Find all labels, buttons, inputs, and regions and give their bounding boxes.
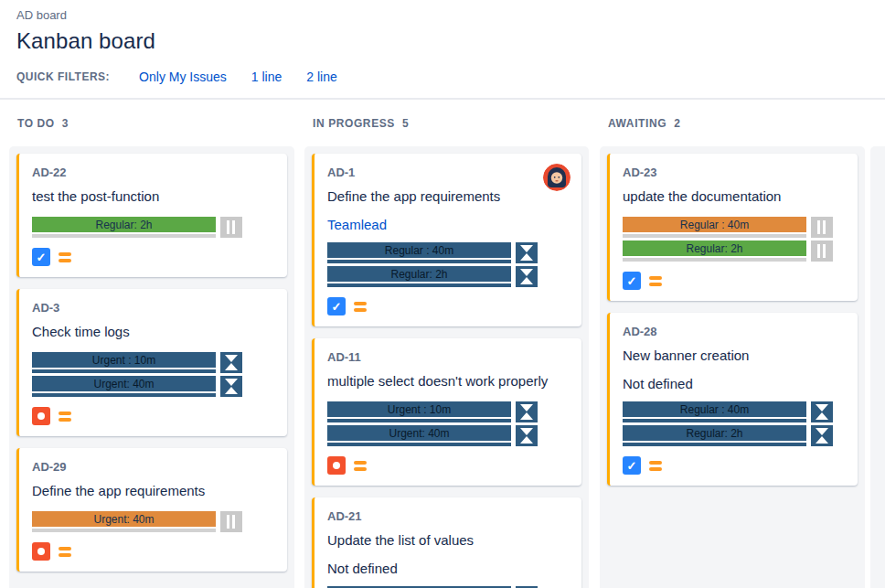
- time-bar: Urgent : 10m: [32, 352, 216, 368]
- card-ad-21[interactable]: AD-21 Update the list of values Not defi…: [312, 497, 581, 588]
- column-awaiting-body: AD-23 update the documentation Regular :…: [600, 146, 865, 588]
- time-bar: Urgent: 40m: [327, 425, 511, 441]
- time-bar-label: Urgent : 10m: [388, 403, 451, 416]
- next-column-partial: [870, 146, 885, 588]
- time-bar: Urgent : 10m: [327, 401, 511, 417]
- time-track: [32, 234, 216, 238]
- time-bar-label: Regular : 40m: [680, 219, 749, 231]
- issue-title: Update the list of values: [327, 532, 570, 548]
- issue-title: Define the app requirements: [327, 188, 570, 204]
- time-bar-row: Regular: 2h: [623, 241, 847, 262]
- page-title: Kanban board: [16, 28, 869, 54]
- hourglass-icon[interactable]: [220, 352, 242, 373]
- time-bar-row: Urgent : 10m: [327, 401, 570, 422]
- time-bar-label: Regular: 2h: [686, 427, 742, 440]
- hourglass-icon[interactable]: [811, 401, 833, 422]
- hourglass-icon[interactable]: [516, 425, 538, 446]
- time-track: [623, 258, 806, 262]
- time-track: [32, 529, 216, 532]
- pause-icon[interactable]: [811, 241, 833, 262]
- column-in-progress: IN PROGRESS 5 AD-1 Define the app requir…: [304, 100, 589, 588]
- time-track: [32, 369, 216, 373]
- bug-type-icon: [327, 456, 346, 475]
- time-bar-label: Regular: 2h: [95, 219, 152, 231]
- card-footer: [32, 248, 276, 266]
- column-in-progress-body: AD-1 Define the app requirements Teamlea…: [304, 146, 589, 588]
- time-bar-label: Urgent: 40m: [93, 513, 154, 526]
- time-track: [327, 260, 511, 263]
- column-title: IN PROGRESS: [313, 117, 395, 130]
- breadcrumb[interactable]: AD board: [16, 8, 869, 22]
- column-in-progress-header: IN PROGRESS 5: [304, 100, 589, 146]
- column-todo-body: AD-22 test the post-function Regular: 2h…: [9, 146, 294, 588]
- time-bar-row: Regular : 40m: [623, 401, 847, 422]
- pause-icon[interactable]: [811, 217, 833, 238]
- issue-key: AD-22: [32, 166, 276, 179]
- status-note: Not defined: [327, 561, 570, 576]
- hourglass-icon[interactable]: [516, 266, 538, 287]
- card-ad-29[interactable]: AD-29 Define the app requirements Urgent…: [16, 448, 287, 572]
- card-ad-23[interactable]: AD-23 update the documentation Regular :…: [607, 154, 858, 301]
- issue-title: New banner creation: [623, 347, 847, 363]
- time-bar-label: Urgent: 40m: [93, 378, 154, 390]
- column-awaiting: AWAITING 2 AD-23 update the documentatio…: [600, 100, 865, 588]
- time-bar-row: Regular : 40m: [327, 242, 570, 263]
- time-bar: Regular: 2h: [327, 266, 511, 282]
- issue-key: AD-29: [32, 460, 276, 474]
- time-bar-row: Urgent: 40m: [32, 511, 276, 532]
- time-bar: Regular : 40m: [623, 401, 806, 417]
- issue-title: update the documentation: [623, 188, 847, 204]
- priority-medium-icon: [59, 547, 71, 557]
- card-ad-22[interactable]: AD-22 test the post-function Regular: 2h: [16, 154, 287, 277]
- card-ad-1[interactable]: AD-1 Define the app requirements Teamlea…: [312, 154, 581, 326]
- issue-key: AD-3: [32, 301, 276, 315]
- card-footer: [327, 297, 570, 315]
- time-bar: Urgent: 40m: [32, 511, 216, 527]
- priority-medium-icon: [59, 252, 71, 262]
- time-bar: Urgent: 40m: [32, 376, 216, 391]
- bug-type-icon: [32, 407, 50, 425]
- card-footer: [32, 407, 276, 425]
- quick-filters-bar: QUICK FILTERS: Only My Issues 1 line 2 l…: [16, 69, 869, 98]
- pause-icon[interactable]: [220, 217, 242, 238]
- pause-icon[interactable]: [220, 511, 242, 532]
- page-header: AD board Kanban board QUICK FILTERS: Onl…: [0, 0, 885, 98]
- card-footer: [32, 542, 276, 561]
- column-todo: TO DO 3 AD-22 test the post-function Reg…: [9, 100, 294, 588]
- hourglass-icon[interactable]: [220, 376, 242, 397]
- status-note: Not defined: [623, 376, 847, 391]
- time-bar-label: Regular : 40m: [385, 244, 453, 257]
- teamlead-link[interactable]: Teamlead: [327, 217, 570, 232]
- card-ad-28[interactable]: AD-28 New banner creation Not defined Re…: [607, 313, 858, 486]
- time-bar-row: Urgent: 40m: [32, 376, 276, 397]
- hourglass-icon[interactable]: [516, 242, 538, 263]
- card-footer: [327, 456, 570, 475]
- time-bar-label: Urgent: 40m: [389, 427, 449, 440]
- time-bar-row: Regular : 40m: [623, 217, 847, 238]
- time-track: [327, 283, 511, 287]
- issue-key: AD-21: [327, 509, 570, 523]
- time-track: [32, 393, 216, 397]
- bug-type-icon: [32, 542, 50, 561]
- time-bar: Regular: 2h: [32, 217, 216, 232]
- hourglass-icon[interactable]: [811, 425, 833, 446]
- card-ad-11[interactable]: AD-11 multiple select doesn't work prope…: [312, 338, 581, 486]
- time-bar: Regular: 2h: [623, 241, 806, 256]
- card-ad-3[interactable]: AD-3 Check time logs Urgent : 10m Urgent…: [16, 289, 287, 436]
- filter-2-line[interactable]: 2 line: [306, 69, 336, 84]
- priority-medium-icon: [649, 461, 662, 471]
- time-bar-label: Regular: 2h: [390, 268, 447, 281]
- filter-1-line[interactable]: 1 line: [251, 69, 282, 84]
- assignee-avatar[interactable]: [543, 164, 570, 191]
- column-count: 3: [62, 117, 69, 130]
- issue-title: Define the app requirements: [32, 483, 276, 498]
- priority-medium-icon: [354, 461, 367, 471]
- priority-medium-icon: [354, 302, 367, 312]
- time-bar-row: Urgent : 10m: [32, 352, 276, 373]
- filter-only-my-issues[interactable]: Only My Issues: [139, 69, 227, 84]
- time-track: [623, 419, 806, 422]
- issue-title: multiple select doesn't work properly: [327, 373, 570, 389]
- time-bar: Regular : 40m: [327, 242, 511, 258]
- kanban-board: TO DO 3 AD-22 test the post-function Reg…: [0, 100, 885, 588]
- hourglass-icon[interactable]: [516, 401, 538, 422]
